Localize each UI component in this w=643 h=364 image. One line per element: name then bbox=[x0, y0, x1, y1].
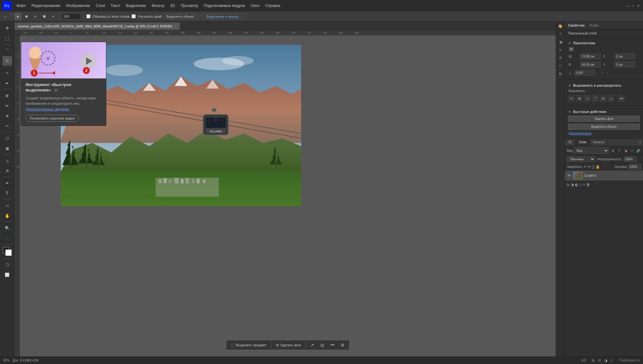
brush-size-small[interactable]: ● bbox=[14, 13, 21, 20]
brush-size-medium[interactable]: ◉ bbox=[23, 13, 30, 20]
lasso-tool[interactable]: ⌒ bbox=[3, 46, 12, 55]
blur-tool[interactable]: △ bbox=[3, 156, 12, 165]
home-icon[interactable]: ⌂ bbox=[2, 13, 9, 20]
eyedropper-tool[interactable]: ✒ bbox=[3, 78, 12, 88]
brush-tool[interactable]: ✏ bbox=[3, 101, 12, 110]
align-right-button[interactable]: ⊣ bbox=[584, 95, 591, 102]
align-top-button[interactable]: ⊤ bbox=[592, 95, 599, 102]
background-color[interactable] bbox=[5, 250, 12, 256]
align-left-button[interactable]: ⊢ bbox=[568, 95, 575, 102]
delete-layer-icon[interactable]: 🗑 bbox=[586, 182, 590, 187]
layers-panel-menu[interactable]: ≡ bbox=[637, 139, 643, 146]
canvas-scroll[interactable]: TELLURIDE bbox=[20, 35, 556, 356]
layers-icon[interactable]: ≡ bbox=[557, 46, 564, 53]
gradient-tool[interactable]: ▦ bbox=[3, 144, 12, 153]
menu-filter[interactable]: Фильтр bbox=[149, 2, 167, 9]
brush-hardness[interactable]: ▣ bbox=[41, 13, 48, 20]
menu-window[interactable]: Окно bbox=[248, 2, 262, 9]
folder-bottom-icon[interactable]: □ bbox=[610, 358, 613, 363]
layer-visibility-toggle[interactable]: 👁 bbox=[567, 173, 571, 178]
canvas-action-3[interactable]: ↗ bbox=[308, 342, 317, 349]
remove-bg-canvas-button[interactable]: ⊘ Удалить фон bbox=[273, 342, 304, 348]
screen-mode[interactable]: ⬜ bbox=[3, 270, 12, 280]
menu-file[interactable]: Файл bbox=[14, 2, 28, 9]
quick-actions-header[interactable]: ▼ Быстрые действия bbox=[565, 108, 643, 115]
remove-bg-button[interactable]: Удалить фон bbox=[568, 116, 640, 122]
blend-mode-select[interactable]: Обычные bbox=[567, 156, 595, 162]
history-brush[interactable]: ↩ bbox=[3, 121, 12, 131]
fill-input[interactable] bbox=[628, 164, 641, 170]
align-bottom-button[interactable]: ⊥ bbox=[608, 95, 615, 102]
tab-close-icon[interactable]: ✕ bbox=[174, 25, 177, 28]
zoom-in-icon[interactable]: fx bbox=[592, 358, 595, 363]
mask-icon[interactable]: ◑ bbox=[604, 358, 607, 363]
pen-tool[interactable]: ✒ bbox=[3, 178, 12, 188]
menu-image[interactable]: Изображение bbox=[64, 2, 93, 9]
tooltip-more-link[interactable]: Дополнительные сведения bbox=[26, 107, 102, 111]
extra-tools[interactable]: ⋯ bbox=[3, 233, 12, 243]
opacity-input[interactable] bbox=[624, 156, 637, 162]
new-layer-from-bg[interactable]: ⊕ bbox=[610, 148, 616, 153]
layers-tab[interactable]: Слои bbox=[576, 139, 590, 146]
foreground-background-colors[interactable] bbox=[3, 247, 12, 256]
text-tool[interactable]: T bbox=[3, 188, 12, 198]
canvas-action-5[interactable]: ⊞ bbox=[338, 342, 347, 348]
menu-select[interactable]: Выделение bbox=[123, 2, 149, 9]
y-input[interactable] bbox=[615, 62, 635, 67]
properties-icon[interactable]: 🎨 bbox=[557, 23, 564, 30]
info-tab[interactable]: Инфо bbox=[590, 23, 599, 27]
add-mask-icon[interactable]: ◑ bbox=[571, 182, 574, 187]
lock-all-icon[interactable]: 🔒 bbox=[596, 165, 600, 169]
ai-icon[interactable]: Ai bbox=[557, 70, 564, 77]
select-mask-button[interactable]: Выделение и маска... bbox=[203, 14, 244, 19]
crop-tool[interactable]: ⌗ bbox=[3, 68, 12, 78]
shape-tool[interactable]: ▭ bbox=[3, 201, 12, 210]
libraries-icon[interactable]: □ bbox=[557, 62, 564, 69]
angle-input[interactable] bbox=[574, 70, 595, 76]
improve-edge-checkbox[interactable] bbox=[132, 14, 136, 18]
align-center-v-button[interactable]: ⊖ bbox=[600, 95, 607, 102]
layer-item[interactable]: 👁 Слой 0 bbox=[565, 170, 643, 181]
learn-icon[interactable]: ? bbox=[557, 31, 564, 38]
select-obj-button[interactable]: Выделить объект bbox=[568, 124, 640, 130]
fx-icon[interactable]: fx bbox=[567, 183, 569, 187]
adjustment-icon[interactable]: ◐ bbox=[575, 182, 578, 187]
lock-pixels-icon[interactable]: ✏ bbox=[584, 165, 587, 169]
x-input[interactable] bbox=[615, 53, 635, 59]
3d-tab[interactable]: 3D bbox=[565, 139, 576, 146]
w-input[interactable] bbox=[580, 53, 601, 59]
play-button[interactable] bbox=[81, 53, 96, 69]
maximize-button[interactable]: □ bbox=[631, 3, 635, 8]
folder-icon[interactable]: □ bbox=[629, 148, 635, 153]
menu-layers[interactable]: Слои bbox=[93, 2, 108, 9]
brush-options[interactable]: ▾ bbox=[50, 13, 57, 20]
menu-3d[interactable]: 3D bbox=[168, 2, 177, 9]
quick-selection-tool[interactable]: ⊙ bbox=[3, 56, 12, 65]
channels-tab[interactable]: Каналы bbox=[590, 139, 608, 146]
properties-tab[interactable]: Свойства bbox=[568, 23, 584, 27]
select-object-button[interactable]: Выделить объект bbox=[164, 14, 197, 19]
brush-size-input[interactable] bbox=[62, 13, 81, 20]
history-icon[interactable]: ↺ bbox=[557, 54, 564, 61]
text-layer-icon[interactable]: T bbox=[616, 148, 622, 153]
adjustments-icon[interactable]: ◑ bbox=[557, 39, 564, 46]
view-select[interactable]: Вид bbox=[574, 147, 609, 154]
selection-tool[interactable]: ⬚ bbox=[3, 34, 12, 43]
menu-text[interactable]: Текст bbox=[108, 2, 123, 9]
zoom-tool[interactable]: 🔍 bbox=[3, 223, 12, 233]
link-layers-icon[interactable]: 🔗 bbox=[635, 148, 641, 153]
canvas-action-4[interactable]: ◎ bbox=[318, 342, 327, 349]
adjustment-layer-icon[interactable]: ◑ bbox=[623, 148, 628, 153]
flip-h-icon[interactable]: ↔ bbox=[601, 71, 604, 75]
tooltip-video-button[interactable]: Посмотреть короткое видео bbox=[26, 115, 79, 122]
history-states-icon[interactable]: ↺ bbox=[598, 358, 601, 363]
menu-view[interactable]: Просмотр bbox=[178, 2, 201, 9]
document-tab[interactable]: summer_gondola_2160x1400_0e2fe53c_bb89_4… bbox=[15, 22, 180, 30]
mask-mode[interactable]: ⬡ bbox=[3, 260, 12, 269]
minimize-button[interactable]: — bbox=[626, 3, 630, 8]
align-center-h-button[interactable]: ⊕ bbox=[576, 95, 583, 102]
dodge-tool[interactable]: ◔ bbox=[3, 166, 12, 176]
close-button[interactable]: ✕ bbox=[636, 3, 640, 8]
lock-artboard-icon[interactable]: ◫ bbox=[591, 165, 595, 169]
hand-tool[interactable]: ✋ bbox=[3, 211, 12, 220]
